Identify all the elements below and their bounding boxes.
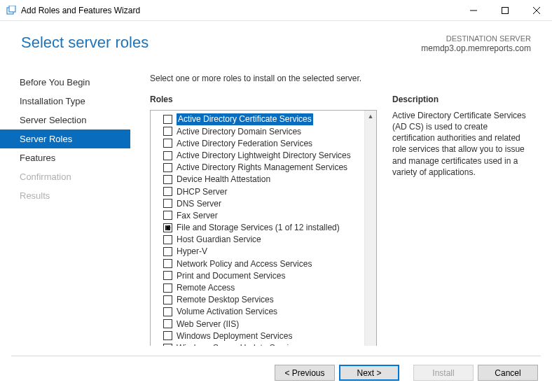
role-checkbox[interactable] <box>163 175 172 184</box>
close-button[interactable] <box>520 0 552 20</box>
role-label: Remote Access <box>177 282 235 293</box>
wizard-body: Before You BeginInstallation TypeServer … <box>0 59 552 346</box>
role-label: DNS Server <box>177 198 221 209</box>
role-item[interactable]: Host Guardian Service <box>163 234 364 246</box>
role-checkbox[interactable] <box>163 259 172 268</box>
role-item[interactable]: Network Policy and Access Services <box>163 258 364 270</box>
role-checkbox[interactable] <box>163 319 172 328</box>
scroll-down-icon[interactable]: ▼ <box>365 345 376 346</box>
role-item[interactable]: Print and Document Services <box>163 270 364 281</box>
role-item[interactable]: DNS Server <box>163 197 364 209</box>
wizard-footer: < Previous Next > Install Cancel <box>11 356 541 392</box>
previous-button[interactable]: < Previous <box>275 365 335 381</box>
page-title: Select server roles <box>21 34 149 52</box>
role-item[interactable]: Windows Server Update Services <box>163 342 364 346</box>
role-label: Remote Desktop Services <box>177 294 274 305</box>
nav-item[interactable]: Server Roles <box>0 130 130 148</box>
app-icon <box>6 5 17 16</box>
roles-listbox[interactable]: Active Directory Certificate ServicesAct… <box>150 110 377 346</box>
role-label: Host Guardian Service <box>177 234 261 245</box>
instruction-text: Select one or more roles to install on t… <box>150 74 532 83</box>
nav-item[interactable]: Installation Type <box>0 92 130 111</box>
role-checkbox[interactable] <box>163 163 172 172</box>
role-label: File and Storage Services (1 of 12 insta… <box>177 222 340 233</box>
role-checkbox[interactable] <box>163 235 172 244</box>
role-item[interactable]: ▷File and Storage Services (1 of 12 inst… <box>163 222 364 234</box>
description-header: Description <box>392 94 532 104</box>
role-checkbox[interactable] <box>163 247 172 256</box>
role-label: Volume Activation Services <box>177 306 277 317</box>
wizard-content: Select server roles DESTINATION SERVER m… <box>0 21 552 392</box>
role-label: Active Directory Rights Management Servi… <box>177 162 347 173</box>
nav-item[interactable]: Before You Begin <box>0 73 130 92</box>
role-label: Web Server (IIS) <box>177 318 239 330</box>
role-item[interactable]: Remote Access <box>163 282 364 294</box>
role-item[interactable]: Device Health Attestation <box>163 174 364 186</box>
role-label: Windows Server Update Services <box>177 342 302 346</box>
expand-icon[interactable]: ▷ <box>166 223 172 232</box>
role-item[interactable]: Active Directory Domain Services <box>163 125 364 137</box>
role-item[interactable]: DHCP Server <box>163 186 364 197</box>
role-label: Hyper-V <box>177 246 207 257</box>
role-label: Active Directory Certificate Services <box>177 113 313 125</box>
role-checkbox[interactable] <box>163 307 172 316</box>
role-item[interactable]: Hyper-V <box>163 246 364 258</box>
install-button: Install <box>413 365 474 381</box>
role-checkbox[interactable] <box>163 199 172 208</box>
role-checkbox[interactable] <box>163 139 172 148</box>
role-label: Fax Server <box>177 210 218 221</box>
minimize-button[interactable] <box>457 0 489 20</box>
role-item[interactable]: Volume Activation Services <box>163 306 364 318</box>
role-checkbox[interactable] <box>163 151 172 160</box>
cancel-button[interactable]: Cancel <box>478 365 538 381</box>
role-label: DHCP Server <box>177 186 227 197</box>
window-title: Add Roles and Features Wizard <box>21 6 457 15</box>
role-checkbox[interactable] <box>163 115 172 124</box>
role-label: Active Directory Domain Services <box>177 126 301 137</box>
role-checkbox[interactable] <box>163 344 172 346</box>
scroll-up-icon[interactable]: ▲ <box>365 111 376 122</box>
role-item[interactable]: Active Directory Federation Services <box>163 137 364 149</box>
nav-item: Confirmation <box>0 167 130 186</box>
description-column: Description Active Directory Certificate… <box>392 94 532 346</box>
nav-item[interactable]: Server Selection <box>0 111 130 130</box>
destination-label: DESTINATION SERVER <box>421 34 531 43</box>
scrollbar[interactable]: ▲ ▼ <box>364 111 376 346</box>
roles-header: Roles <box>150 94 377 104</box>
destination-server: memdp3.op.memreports.com <box>421 43 531 55</box>
wizard-header: Select server roles DESTINATION SERVER m… <box>0 21 552 59</box>
role-item[interactable]: Active Directory Certificate Services <box>163 113 364 125</box>
role-label: Device Health Attestation <box>177 174 270 185</box>
role-label: Active Directory Lightweight Directory S… <box>177 150 351 161</box>
wizard-nav: Before You BeginInstallation TypeServer … <box>0 59 130 346</box>
svg-rect-1 <box>9 6 15 12</box>
role-checkbox[interactable] <box>163 211 172 220</box>
role-checkbox[interactable] <box>163 187 172 196</box>
maximize-button[interactable] <box>489 0 520 20</box>
role-checkbox[interactable] <box>163 331 172 340</box>
destination-info: DESTINATION SERVER memdp3.op.memreports.… <box>421 34 531 55</box>
role-item[interactable]: Remote Desktop Services <box>163 294 364 306</box>
roles-column: Roles Active Directory Certificate Servi… <box>150 94 377 346</box>
role-label: Windows Deployment Services <box>177 330 292 342</box>
description-text: Active Directory Certificate Services (A… <box>392 110 532 178</box>
role-checkbox[interactable] <box>163 271 172 280</box>
next-button[interactable]: Next > <box>339 365 399 381</box>
wizard-main: Select one or more roles to install on t… <box>130 59 552 346</box>
title-bar: Add Roles and Features Wizard <box>0 0 552 21</box>
role-item[interactable]: Web Server (IIS) <box>163 318 364 330</box>
role-item[interactable]: Fax Server <box>163 209 364 221</box>
nav-item: Results <box>0 186 130 205</box>
nav-item[interactable]: Features <box>0 148 130 167</box>
columns: Roles Active Directory Certificate Servi… <box>150 94 532 346</box>
role-label: Network Policy and Access Services <box>177 258 312 270</box>
role-checkbox[interactable] <box>163 127 172 136</box>
role-item[interactable]: Active Directory Rights Management Servi… <box>163 162 364 174</box>
role-label: Print and Document Services <box>177 270 285 281</box>
role-checkbox[interactable] <box>163 295 172 304</box>
role-item[interactable]: Windows Deployment Services <box>163 330 364 342</box>
role-label: Active Directory Federation Services <box>177 138 312 149</box>
svg-rect-3 <box>502 7 508 13</box>
role-item[interactable]: Active Directory Lightweight Directory S… <box>163 149 364 161</box>
role-checkbox[interactable] <box>163 284 172 293</box>
